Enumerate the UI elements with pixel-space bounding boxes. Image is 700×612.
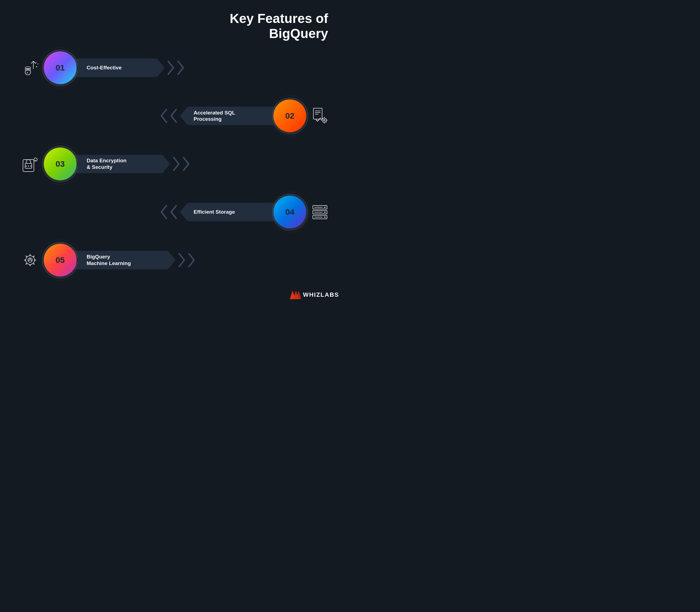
badge-2: 02 [273,99,306,132]
svg-line-19 [326,122,327,123]
svg-point-36 [26,256,35,264]
title-line2: BigQuery [11,26,328,41]
svg-rect-8 [313,108,322,119]
banner-5: BigQuery Machine Learning [79,251,196,269]
svg-point-7 [36,62,37,64]
svg-text:$: $ [27,71,28,74]
feature-label-5b: Machine Learning [87,260,131,267]
feature-label-4: Efficient Storage [193,209,235,215]
badge-5: 05 [44,244,77,277]
feature-row-4: 04 Efficient Storage [11,191,339,233]
page-wrapper: Key Features of BigQuery $ [0,0,350,306]
title-area: Key Features of BigQuery [11,8,339,41]
svg-point-24 [30,166,31,167]
svg-point-13 [323,120,325,121]
circle-5: 05 [41,241,79,279]
banner-1: Cost-Effective [79,58,185,77]
circle-4: 04 [271,193,309,231]
feature-row-2: 02 Accelerated SQL Processing [11,95,339,137]
svg-point-32 [324,217,326,218]
feature-label-5a: BigQuery [87,253,131,260]
main-title: Key Features of BigQuery [11,11,328,41]
badge-4: 04 [273,196,306,228]
feature-label-3a: Data Encryption [87,157,126,164]
svg-line-45 [26,263,27,264]
feature-label-3b: & Security [87,164,126,170]
svg-line-44 [33,256,35,257]
feature-label-2a: Accelerated SQL [193,110,235,116]
badge-1: 01 [44,51,77,84]
circle-2: 02 [271,97,309,135]
feature-label-2b: Processing [193,116,235,122]
icon-money-growth: $ [19,57,41,79]
svg-point-30 [324,207,326,208]
feature-row-3: 03 Data Encryption & Security [11,143,339,185]
banner-2: Accelerated SQL Processing [159,107,271,125]
feature-row-1: $ 01 Cost-Effective [11,47,339,89]
icon-sql-processing [309,105,331,127]
circle-3: 03 [41,145,79,183]
banner-4: Efficient Storage [159,203,271,221]
chevrons-left-2 [159,108,179,124]
svg-point-6 [38,64,39,65]
svg-line-49 [29,259,30,260]
circle-1: 01 [41,48,79,87]
icon-encryption [19,153,41,175]
svg-point-5 [36,66,37,67]
icon-ml-gear [19,249,41,271]
banner-3: Data Encryption & Security [79,155,191,173]
features-area: $ 01 Cost-Effective [11,44,339,298]
svg-line-43 [33,263,35,264]
svg-point-22 [26,166,27,167]
chevrons-right-5 [177,252,196,268]
chevrons-right-3 [171,156,191,172]
chevrons-left-4 [159,204,179,220]
icon-storage [309,201,331,223]
svg-line-50 [30,259,31,260]
chevrons-right-1 [166,60,185,76]
badge-3: 03 [44,148,77,180]
svg-point-31 [324,211,326,213]
feature-row-5: 05 BigQuery Machine Learning [11,239,339,281]
brand-logo: WHIZLABS [290,290,339,299]
svg-point-23 [28,166,29,167]
feature-label-1: Cost-Effective [87,65,122,71]
whizlabs-icon [290,290,301,299]
brand-name-text: WHIZLABS [303,291,339,298]
svg-line-42 [26,256,27,257]
title-line1: Key Features of [11,11,328,26]
